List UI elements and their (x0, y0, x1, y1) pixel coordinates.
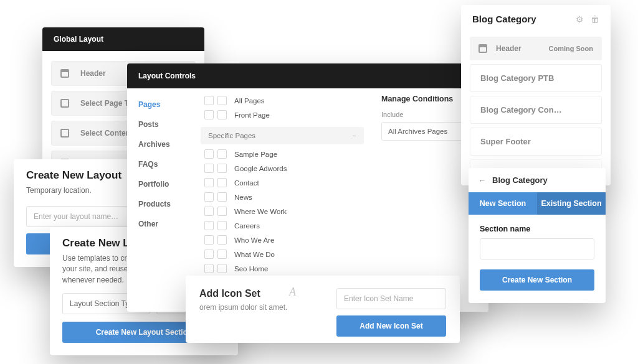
create-new-section-button[interactable]: Create New Section (480, 269, 594, 291)
checkbox-icon[interactable] (204, 221, 214, 230)
checkbox-icon[interactable] (217, 221, 227, 230)
checkbox-icon[interactable] (217, 178, 227, 187)
checkbox-icon[interactable] (217, 264, 227, 273)
slot-content-label: Select Content (80, 129, 133, 138)
content-icon (60, 129, 69, 138)
page-row[interactable]: Where We Work (201, 204, 364, 218)
new-section-panel: Blog Category New Section Existing Secti… (469, 168, 606, 303)
checkbox-icon[interactable] (217, 149, 227, 159)
page-row[interactable]: Seo Home (201, 261, 364, 276)
page-row[interactable]: News (201, 190, 364, 204)
page-label: Contact (234, 179, 259, 187)
sidebar-item-other[interactable]: Other (127, 214, 201, 234)
page-label: Who We Are (234, 236, 274, 244)
page-label: Where We Work (234, 208, 287, 215)
blog-category-title: Blog Category (472, 14, 536, 24)
section-name-label: Section name (480, 225, 530, 233)
blog-category-item[interactable]: Blog Category PTB (470, 64, 602, 92)
layout-controls-title: Layout Controls (138, 72, 196, 80)
checkbox-icon[interactable] (204, 110, 214, 119)
sidebar-item-products[interactable]: Products (127, 194, 201, 214)
section-tabs: New Section Existing Section (469, 192, 606, 215)
sidebar-item-pages[interactable]: Pages (127, 95, 201, 114)
layout-controls-panel: Layout Controls × Pages Posts Archives F… (127, 63, 488, 312)
page-label: News (234, 194, 252, 201)
page-label: Sample Page (234, 151, 277, 158)
checkbox-icon[interactable] (217, 164, 227, 173)
checkbox-icon[interactable] (204, 164, 214, 173)
checkbox-icon[interactable] (204, 264, 214, 273)
new-section-title: Blog Category (492, 175, 548, 185)
header-icon (60, 69, 69, 78)
page-row[interactable]: Careers (201, 218, 364, 233)
checkbox-icon[interactable] (204, 235, 214, 245)
checkbox-icon[interactable] (204, 207, 214, 216)
add-icon-subtitle: orem ipsum dolor sit amet. (199, 303, 309, 312)
global-layout-titlebar: Global Layout (42, 27, 204, 51)
row-all-pages[interactable]: All Pages (201, 93, 364, 108)
blog-category-item[interactable]: Super Footer (470, 128, 602, 156)
trash-icon[interactable]: 🗑 (591, 14, 599, 24)
group-specific-pages[interactable]: Specific Pages − (201, 127, 364, 144)
checkbox-icon[interactable] (217, 250, 227, 259)
page-label: Careers (234, 222, 260, 230)
page-title-icon (60, 99, 69, 108)
page-row[interactable]: Sample Page (201, 147, 364, 161)
page-row[interactable]: Contact (201, 175, 364, 190)
tab-existing-section[interactable]: Existing Section (537, 192, 606, 215)
blog-category-header: Blog Category ⚙ 🗑 (461, 5, 611, 33)
blog-category-panel: Blog Category ⚙ 🗑 Header Coming Soon Blo… (461, 5, 611, 185)
sidebar-item-faqs[interactable]: FAQs (127, 154, 201, 174)
checkbox-icon[interactable] (217, 235, 227, 245)
checkbox-icon[interactable] (204, 250, 214, 259)
checkbox-icon[interactable] (204, 178, 214, 187)
page-label: Google Adwords (234, 165, 287, 172)
tab-new-section[interactable]: New Section (469, 192, 537, 215)
page-row[interactable]: What We Do (201, 247, 364, 261)
checkbox-icon[interactable] (204, 149, 214, 159)
checkbox-icon[interactable] (217, 110, 227, 119)
header-icon (478, 44, 487, 53)
add-icon-button[interactable]: Add New Icon Set (336, 315, 446, 337)
checkbox-icon[interactable] (217, 96, 227, 105)
icon-set-name-input[interactable] (336, 288, 446, 309)
sidebar-item-portfolio[interactable]: Portfolio (127, 174, 201, 194)
blog-category-item[interactable]: Blog Category Con… (470, 96, 602, 124)
page-label: What We Do (234, 251, 275, 258)
layout-controls-titlebar: Layout Controls × (127, 63, 488, 88)
page-label: Seo Home (234, 265, 268, 273)
page-row[interactable]: Google Adwords (201, 161, 364, 175)
global-layout-title: Global Layout (54, 35, 103, 44)
page-row[interactable]: Who We Are (201, 233, 364, 247)
checkbox-icon[interactable] (204, 96, 214, 105)
checkbox-icon[interactable] (217, 207, 227, 216)
a-decoration-icon: A (289, 286, 296, 299)
checkbox-icon[interactable] (204, 192, 214, 202)
back-arrow-icon[interactable] (478, 176, 492, 185)
sidebar-item-archives[interactable]: Archives (127, 134, 201, 154)
blog-category-header-slot[interactable]: Header Coming Soon (470, 37, 602, 60)
checkbox-icon[interactable] (217, 192, 227, 202)
gear-icon[interactable]: ⚙ (576, 14, 584, 24)
row-front-page[interactable]: Front Page (201, 108, 364, 122)
collapse-icon[interactable]: − (352, 132, 356, 139)
add-icon-set-panel: Add Icon Set orem ipsum dolor sit amet. … (186, 276, 460, 343)
sidebar-item-posts[interactable]: Posts (127, 114, 201, 134)
slot-header-label: Header (80, 69, 106, 78)
new-section-name-input[interactable] (480, 238, 594, 259)
